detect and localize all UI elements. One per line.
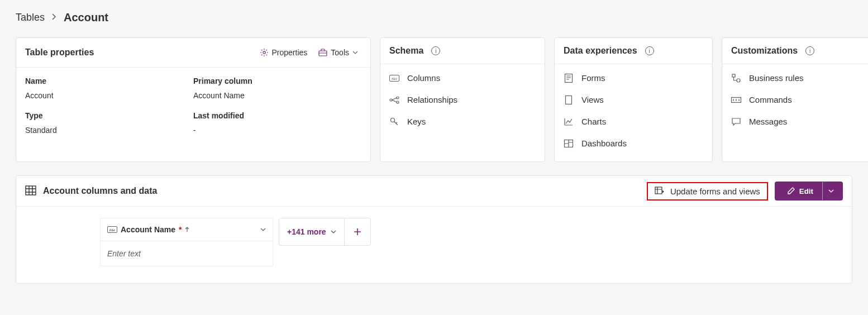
chevron-down-icon (352, 51, 358, 54)
chevron-right-icon (51, 12, 57, 23)
toolbox-icon (318, 49, 327, 56)
add-column-button[interactable] (344, 218, 370, 245)
chevron-down-icon (260, 228, 266, 231)
svg-rect-8 (565, 74, 573, 82)
prop-type-value: Standard (25, 126, 193, 135)
prop-name-label: Name (25, 77, 193, 85)
schema-columns-link[interactable]: Abc Columns (389, 73, 536, 83)
chevron-down-icon (331, 230, 336, 233)
svg-text:Abc: Abc (109, 228, 116, 232)
dashboards-link[interactable]: Dashboards (564, 139, 703, 148)
schema-card: Schema i Abc Columns Relationships Keys (380, 37, 545, 162)
gear-icon (260, 48, 269, 57)
properties-action[interactable]: Properties (256, 46, 311, 59)
text-field-icon: Abc (107, 226, 117, 233)
schema-card-title: Schema (389, 46, 423, 56)
svg-point-5 (397, 97, 399, 99)
plus-icon (354, 228, 361, 236)
svg-rect-9 (566, 96, 572, 104)
breadcrumb: Tables Account (16, 11, 852, 24)
properties-card-title: Table properties (25, 47, 94, 58)
sort-asc-icon (185, 227, 189, 232)
dashboard-icon (564, 140, 574, 147)
schema-relationships-link[interactable]: Relationships (389, 95, 536, 104)
table-properties-card: Table properties Properties Tools Name P… (16, 37, 371, 162)
breadcrumb-current: Account (64, 11, 108, 24)
table-icon (25, 185, 36, 197)
update-forms-views-button[interactable]: Update forms and views (647, 182, 768, 201)
svg-point-6 (397, 101, 399, 103)
charts-link[interactable]: Charts (564, 117, 703, 126)
prop-type-label: Type (25, 111, 193, 120)
svg-rect-15 (655, 187, 662, 194)
schema-columns-label: Columns (407, 73, 440, 83)
messages-label: Messages (749, 117, 787, 126)
svg-point-12 (737, 79, 740, 82)
tools-action[interactable]: Tools (315, 46, 361, 59)
customizations-card: Customizations i Business rules Commands… (722, 37, 868, 162)
info-icon[interactable]: i (805, 46, 814, 55)
dashboards-label: Dashboards (581, 139, 627, 148)
column-account-name: Abc Account Name * Enter text (100, 218, 273, 266)
svg-text:Abc: Abc (392, 77, 397, 80)
svg-point-4 (390, 99, 392, 101)
forms-label: Forms (581, 73, 605, 83)
views-link[interactable]: Views (564, 95, 703, 104)
breadcrumb-root[interactable]: Tables (16, 12, 45, 23)
prop-modified-value: - (193, 126, 361, 135)
column-header[interactable]: Abc Account Name * (101, 218, 273, 241)
pencil-icon (787, 187, 795, 195)
experiences-card-title: Data experiences (564, 46, 637, 56)
relationships-icon (389, 96, 399, 104)
messages-link[interactable]: Messages (731, 117, 868, 126)
experiences-card: Data experiences i Forms Views Charts Da… (554, 37, 713, 162)
message-icon (731, 118, 741, 126)
svg-point-0 (263, 51, 265, 54)
info-icon[interactable]: i (431, 46, 440, 55)
edit-button-label: Edit (799, 187, 813, 195)
form-icon (564, 74, 574, 83)
business-rules-link[interactable]: Business rules (731, 73, 868, 83)
prop-primary-value: Account Name (193, 91, 361, 100)
schema-relationships-label: Relationships (407, 95, 457, 104)
more-columns-chip: +141 more (279, 218, 371, 246)
prop-name-value: Account (25, 91, 193, 100)
forms-link[interactable]: Forms (564, 73, 703, 83)
schema-keys-label: Keys (407, 117, 426, 126)
tools-action-label: Tools (331, 48, 349, 57)
business-rules-label: Business rules (749, 73, 804, 83)
data-panel-title: Account columns and data (43, 186, 157, 196)
columns-icon: Abc (389, 75, 399, 82)
commands-icon (731, 97, 741, 103)
more-columns-label: +141 more (287, 227, 326, 236)
info-icon[interactable]: i (645, 46, 654, 55)
prop-primary-label: Primary column (193, 77, 361, 85)
views-icon (564, 96, 574, 104)
svg-point-7 (391, 118, 395, 122)
commands-link[interactable]: Commands (731, 95, 868, 104)
customizations-card-title: Customizations (731, 46, 798, 56)
schema-keys-link[interactable]: Keys (389, 117, 536, 126)
update-icon (655, 187, 665, 195)
update-button-label: Update forms and views (670, 187, 760, 196)
flow-icon (731, 74, 741, 83)
svg-rect-14 (26, 186, 36, 195)
cards-row: Table properties Properties Tools Name P… (16, 37, 852, 162)
edit-button-split[interactable] (822, 182, 840, 200)
chart-icon (564, 118, 574, 126)
commands-label: Commands (749, 95, 792, 104)
required-indicator: * (179, 225, 182, 234)
charts-label: Charts (581, 117, 606, 126)
svg-rect-11 (732, 74, 735, 77)
column-header-label: Account Name (121, 225, 175, 234)
data-panel: Account columns and data Update forms an… (16, 175, 852, 284)
edit-button[interactable]: Edit (775, 182, 843, 201)
keys-icon (389, 117, 399, 126)
chevron-down-icon (828, 189, 834, 193)
prop-modified-label: Last modified (193, 111, 361, 120)
properties-action-label: Properties (272, 48, 308, 57)
more-columns-button[interactable]: +141 more (279, 227, 344, 236)
column-input[interactable]: Enter text (101, 241, 273, 266)
views-label: Views (581, 95, 604, 104)
